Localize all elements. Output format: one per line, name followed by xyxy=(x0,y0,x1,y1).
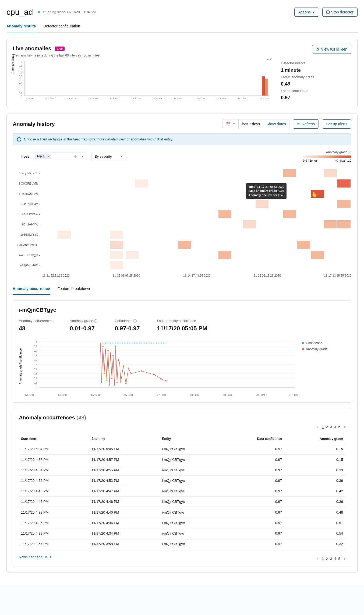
info-icon[interactable]: i xyxy=(133,319,137,323)
show-dates-link[interactable]: Show dates xyxy=(263,119,289,129)
info-icon[interactable]: i xyxy=(94,319,97,323)
heatmap-cell[interactable] xyxy=(243,220,256,228)
rows-per-page-select[interactable]: Rows per page: 10 ▼ xyxy=(19,555,52,560)
heatmap-cell[interactable] xyxy=(110,241,123,249)
heatmap-host-label: i-Q0OlR6VMfs - xyxy=(13,178,40,189)
svg-point-61 xyxy=(165,342,166,344)
live-ylabel: Anomaly grade xyxy=(11,54,15,73)
page-number[interactable]: 1 xyxy=(321,556,325,561)
live-anomalies-chart: Anomaly grade 10.90.80.70.60.50.40.30.20… xyxy=(13,61,270,101)
svg-point-26 xyxy=(105,342,106,344)
next-page-button[interactable]: › xyxy=(344,556,345,561)
heatmap-cell[interactable] xyxy=(337,179,350,188)
heatmap-cell[interactable] xyxy=(324,220,337,228)
close-icon[interactable]: ✕ xyxy=(47,154,50,158)
setup-alerts-button[interactable]: Set up alerts xyxy=(322,119,351,129)
heatmap-row xyxy=(42,240,351,250)
table-row[interactable]: 11/17/20 4:33 PM11/17/20 4:34 PMi-mQjnCB… xyxy=(19,528,345,539)
next-page-button[interactable]: › xyxy=(344,425,345,429)
page-number[interactable]: 4 xyxy=(333,556,337,561)
heatmap-cell[interactable] xyxy=(178,241,191,249)
heatmap-cell[interactable] xyxy=(324,169,337,177)
stop-detector-button[interactable]: Stop detector xyxy=(322,8,358,17)
live-badge: Live xyxy=(55,47,65,51)
filter-chip-top10[interactable]: Top 10 ✕ xyxy=(35,154,51,159)
heatmap-host-label: i-HCfUHCWiiw - xyxy=(13,209,40,219)
col-start-time[interactable]: Start time ↓ xyxy=(19,434,89,444)
calendar-icon: 📅 xyxy=(226,122,231,127)
heatmap-hint-callout: i Choose a filled rectangle in the heat … xyxy=(13,133,351,145)
heatmap-cell[interactable] xyxy=(297,241,310,249)
svg-text:0: 0 xyxy=(36,386,37,389)
tab-detector-configuration[interactable]: Detector configuration xyxy=(43,21,80,32)
view-full-screen-button[interactable]: View full screen xyxy=(312,45,351,54)
svg-point-27 xyxy=(107,342,108,344)
heatmap-cell[interactable] xyxy=(126,251,139,259)
heatmap[interactable]: i-wbjdaHzaCb -i-Q0OlR6VMfs -i-mQjnCBTgyc… xyxy=(13,168,351,270)
refresh-icon: ⟳ xyxy=(297,122,300,126)
heatmap-cell[interactable] xyxy=(256,200,268,208)
page-number[interactable]: 3 xyxy=(329,556,333,561)
table-row[interactable]: 11/17/20 4:39 PM11/17/20 4:40 PMi-mQjnCB… xyxy=(19,507,345,518)
heatmap-cell[interactable] xyxy=(218,210,231,218)
table-row[interactable]: 11/17/20 4:35 PM11/17/20 4:36 PMi-mQjnCB… xyxy=(19,518,345,528)
heatmap-host-label: i-2TjPzDvHtO - xyxy=(13,260,40,270)
heatmap-cell[interactable] xyxy=(218,251,231,259)
svg-text:0.1: 0.1 xyxy=(34,381,37,384)
heatmap-cell[interactable] xyxy=(58,231,70,239)
prev-page-button[interactable]: ‹ xyxy=(317,556,318,561)
page-number[interactable]: 2 xyxy=(325,556,329,561)
table-row[interactable]: 11/17/20 4:56 PM11/17/20 4:57 PMi-mQjnCB… xyxy=(19,454,345,465)
heatmap-host-label: i-1e8dUjWYxO - xyxy=(13,229,40,240)
table-row[interactable]: 11/17/20 4:46 PM11/17/20 4:47 PMi-mQjnCB… xyxy=(19,486,345,497)
svg-point-51 xyxy=(148,342,149,344)
heatmap-cell[interactable] xyxy=(110,261,123,269)
col-data-confidence[interactable]: Data confidence xyxy=(220,434,284,444)
table-row[interactable]: 11/17/20 4:45 PM11/17/20 4:46 PMi-mQjnCB… xyxy=(19,497,345,507)
svg-point-54 xyxy=(153,342,154,344)
info-icon[interactable]: i xyxy=(348,151,351,154)
tab-anomaly-results[interactable]: Anomaly results xyxy=(6,21,36,32)
table-row[interactable]: 11/17/20 4:52 PM11/17/20 4:53 PMi-mQjnCB… xyxy=(19,475,345,486)
heatmap-cell[interactable] xyxy=(110,251,123,259)
clear-filters-icon[interactable]: ⊘ xyxy=(74,154,77,159)
svg-point-28 xyxy=(108,342,109,344)
heatmap-cell[interactable] xyxy=(135,179,148,188)
table-row[interactable]: 11/17/20 5:04 PM11/17/20 5:05 PMi-mQjnCB… xyxy=(19,444,345,454)
tab-feature-breakdown[interactable]: Feature breakdown xyxy=(58,284,90,295)
date-range-picker[interactable]: 📅 ▼ last 7 days Show dates xyxy=(222,119,289,129)
page-number[interactable]: 3 xyxy=(329,424,333,429)
host-filter-combo[interactable]: Top 10 ✕ ⊘ ▼ xyxy=(33,153,87,160)
chevron-down-icon[interactable]: ▼ xyxy=(80,155,85,158)
sort-select[interactable]: By severity ▼ xyxy=(91,152,126,161)
page-number[interactable]: 1 xyxy=(321,424,325,429)
page-number[interactable]: 5 xyxy=(337,424,341,429)
svg-point-39 xyxy=(127,342,128,344)
page-number[interactable]: 4 xyxy=(333,424,337,429)
heatmap-cell[interactable] xyxy=(337,220,350,228)
detector-title: cpu_ad xyxy=(6,6,33,18)
heatmap-cell[interactable] xyxy=(337,200,350,208)
prev-page-button[interactable]: ‹ xyxy=(317,425,318,429)
heatmap-cell[interactable] xyxy=(311,251,324,259)
actions-button[interactable]: Actions ▼ xyxy=(294,8,319,17)
latest-grade-value: 0.49 xyxy=(281,81,351,87)
page-number[interactable]: 5 xyxy=(337,556,341,561)
refresh-button[interactable]: ⟳ Refresh xyxy=(293,119,319,129)
heatmap-cell[interactable] xyxy=(283,210,296,218)
table-row[interactable]: 11/17/20 4:54 PM11/17/20 4:55 PMi-mQjnCB… xyxy=(19,465,345,475)
heatmap-cell[interactable] xyxy=(110,231,123,239)
col-entity[interactable]: Entity xyxy=(160,434,220,444)
svg-point-47 xyxy=(141,342,142,344)
table-row[interactable]: 11/17/20 3:57 PM11/17/20 3:58 PMi-mQjnCB… xyxy=(19,539,345,549)
svg-point-35 xyxy=(120,342,121,344)
col-anomaly-grade[interactable]: Anomaly grade xyxy=(284,434,345,444)
page-number[interactable]: 2 xyxy=(325,424,329,429)
col-end-time[interactable]: End time xyxy=(89,434,160,444)
tab-anomaly-occurrence[interactable]: Anomaly occurrence xyxy=(13,284,50,295)
svg-point-36 xyxy=(122,342,123,344)
live-bar[interactable] xyxy=(265,79,268,96)
live-bar[interactable] xyxy=(262,76,265,96)
heatmap-cell[interactable] xyxy=(283,169,296,177)
sort-label: By severity xyxy=(95,154,112,159)
